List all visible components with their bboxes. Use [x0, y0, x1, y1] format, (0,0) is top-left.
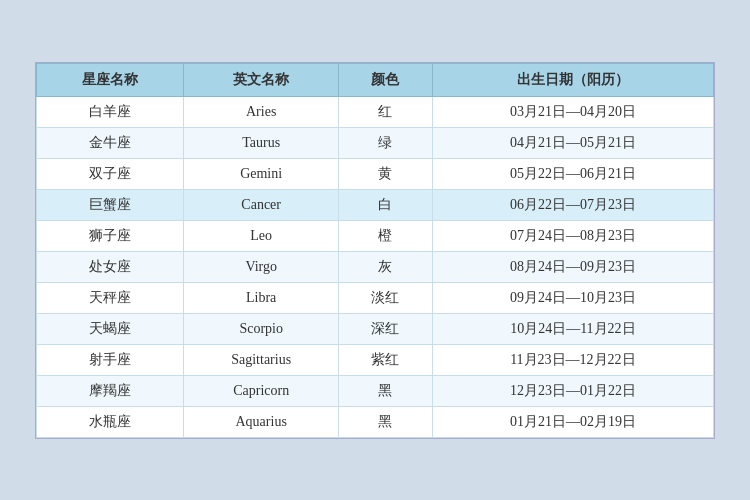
cell-chinese: 摩羯座 [37, 375, 184, 406]
zodiac-table-container: 星座名称 英文名称 颜色 出生日期（阳历） 白羊座Aries红03月21日—04… [35, 62, 715, 439]
cell-english: Taurus [184, 127, 339, 158]
table-row: 天蝎座Scorpio深红10月24日—11月22日 [37, 313, 714, 344]
table-row: 天秤座Libra淡红09月24日—10月23日 [37, 282, 714, 313]
cell-chinese: 巨蟹座 [37, 189, 184, 220]
cell-color: 橙 [339, 220, 433, 251]
cell-english: Gemini [184, 158, 339, 189]
cell-chinese: 白羊座 [37, 96, 184, 127]
table-header-row: 星座名称 英文名称 颜色 出生日期（阳历） [37, 63, 714, 96]
col-header-dates: 出生日期（阳历） [432, 63, 713, 96]
zodiac-table: 星座名称 英文名称 颜色 出生日期（阳历） 白羊座Aries红03月21日—04… [36, 63, 714, 438]
cell-dates: 03月21日—04月20日 [432, 96, 713, 127]
table-row: 巨蟹座Cancer白06月22日—07月23日 [37, 189, 714, 220]
col-header-chinese: 星座名称 [37, 63, 184, 96]
cell-dates: 12月23日—01月22日 [432, 375, 713, 406]
cell-color: 灰 [339, 251, 433, 282]
cell-color: 黄 [339, 158, 433, 189]
table-row: 摩羯座Capricorn黑12月23日—01月22日 [37, 375, 714, 406]
cell-chinese: 水瓶座 [37, 406, 184, 437]
cell-color: 黑 [339, 375, 433, 406]
table-row: 水瓶座Aquarius黑01月21日—02月19日 [37, 406, 714, 437]
cell-chinese: 天秤座 [37, 282, 184, 313]
cell-english: Virgo [184, 251, 339, 282]
cell-dates: 01月21日—02月19日 [432, 406, 713, 437]
table-body: 白羊座Aries红03月21日—04月20日金牛座Taurus绿04月21日—0… [37, 96, 714, 437]
cell-english: Sagittarius [184, 344, 339, 375]
cell-color: 淡红 [339, 282, 433, 313]
cell-chinese: 双子座 [37, 158, 184, 189]
table-row: 白羊座Aries红03月21日—04月20日 [37, 96, 714, 127]
cell-dates: 11月23日—12月22日 [432, 344, 713, 375]
cell-color: 绿 [339, 127, 433, 158]
col-header-color: 颜色 [339, 63, 433, 96]
cell-chinese: 天蝎座 [37, 313, 184, 344]
cell-dates: 07月24日—08月23日 [432, 220, 713, 251]
cell-english: Libra [184, 282, 339, 313]
cell-english: Leo [184, 220, 339, 251]
table-row: 狮子座Leo橙07月24日—08月23日 [37, 220, 714, 251]
table-row: 射手座Sagittarius紫红11月23日—12月22日 [37, 344, 714, 375]
cell-dates: 08月24日—09月23日 [432, 251, 713, 282]
cell-color: 红 [339, 96, 433, 127]
cell-color: 紫红 [339, 344, 433, 375]
cell-chinese: 射手座 [37, 344, 184, 375]
cell-english: Aquarius [184, 406, 339, 437]
cell-chinese: 金牛座 [37, 127, 184, 158]
cell-english: Scorpio [184, 313, 339, 344]
cell-chinese: 处女座 [37, 251, 184, 282]
table-row: 金牛座Taurus绿04月21日—05月21日 [37, 127, 714, 158]
cell-english: Cancer [184, 189, 339, 220]
cell-english: Aries [184, 96, 339, 127]
cell-color: 白 [339, 189, 433, 220]
cell-dates: 05月22日—06月21日 [432, 158, 713, 189]
cell-color: 黑 [339, 406, 433, 437]
cell-chinese: 狮子座 [37, 220, 184, 251]
cell-color: 深红 [339, 313, 433, 344]
cell-dates: 06月22日—07月23日 [432, 189, 713, 220]
table-row: 处女座Virgo灰08月24日—09月23日 [37, 251, 714, 282]
cell-dates: 04月21日—05月21日 [432, 127, 713, 158]
table-row: 双子座Gemini黄05月22日—06月21日 [37, 158, 714, 189]
cell-dates: 09月24日—10月23日 [432, 282, 713, 313]
col-header-english: 英文名称 [184, 63, 339, 96]
cell-dates: 10月24日—11月22日 [432, 313, 713, 344]
cell-english: Capricorn [184, 375, 339, 406]
